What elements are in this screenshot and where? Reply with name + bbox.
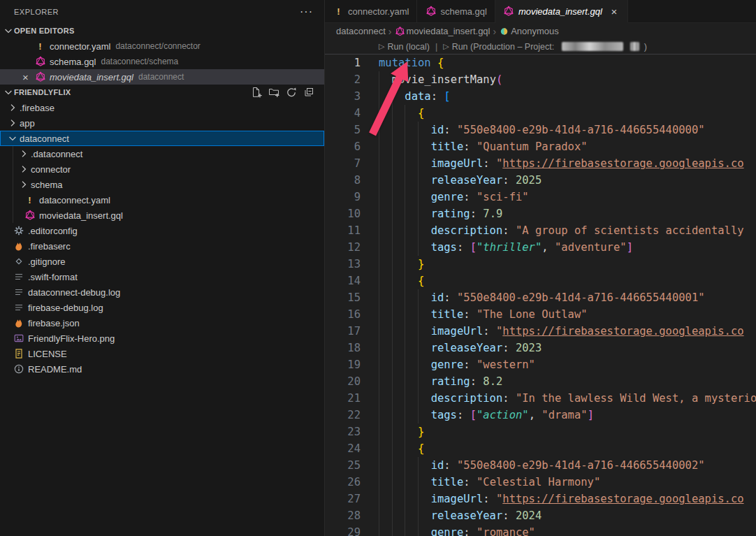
file-tree: .firebaseappdataconnect.dataconnectconne…	[0, 100, 324, 377]
code-line-15[interactable]: 15id: "550e8400-e29b-41d4-a716-446655440…	[325, 289, 756, 306]
codelens-bar: ▷Run (local)|▷Run (Production – Project:…	[325, 39, 756, 55]
code-line-29[interactable]: 29genre: "romance"	[325, 524, 756, 536]
file-editorconfig[interactable]: .editorconfig	[0, 223, 324, 238]
new-folder-icon[interactable]	[268, 87, 279, 98]
folder-dataconnect[interactable]: dataconnect	[0, 131, 324, 146]
line-number: 12	[325, 239, 361, 256]
url-link[interactable]: https://firebasestorage.googleapis.co	[502, 325, 743, 338]
code-line-2[interactable]: 2movie_insertMany(	[325, 71, 756, 88]
item-label: app	[20, 118, 35, 129]
file-friendlyflix-hero-png[interactable]: FriendlyFlix-Hero.png	[0, 331, 324, 346]
file-gitignore[interactable]: .gitignore	[0, 254, 324, 269]
file-firebase-json[interactable]: firebase.json	[0, 315, 324, 331]
line-number: 21	[325, 390, 361, 407]
open-editor-schema-gql[interactable]: schema.gqldataconnect/schema	[0, 54, 324, 69]
open-editors-header[interactable]: OPEN EDITORS	[0, 23, 324, 38]
code-line-13[interactable]: 13}	[325, 256, 756, 273]
tab-schema-gql[interactable]: schema.gql	[417, 0, 495, 22]
code-line-24[interactable]: 24{	[325, 440, 756, 457]
folder-schema[interactable]: schema	[0, 177, 324, 192]
close-icon[interactable]: ×	[22, 72, 34, 82]
code-line-16[interactable]: 16title: "The Lone Outlaw"	[325, 306, 756, 323]
tab-connector-yaml[interactable]: !connector.yaml	[325, 0, 417, 22]
file-swift-format[interactable]: .swift-format	[0, 269, 324, 284]
code-line-8[interactable]: 8releaseYear: 2025	[325, 172, 756, 189]
workspace-label: FRIENDLYFLIX	[14, 88, 71, 96]
code-line-18[interactable]: 18releaseYear: 2023	[325, 340, 756, 356]
code-line-12[interactable]: 12tags: ["thriller", "adventure"]	[325, 239, 756, 256]
code-line-3[interactable]: 3data: [	[325, 88, 756, 105]
breadcrumb-separator: ›	[388, 26, 392, 37]
line-number: 5	[325, 122, 361, 138]
folder-dataconnect[interactable]: .dataconnect	[0, 146, 324, 161]
tab-label: moviedata_insert.gql	[518, 6, 602, 17]
file-firebase-debug-log[interactable]: firebase-debug.log	[0, 300, 324, 315]
code-line-1[interactable]: 1mutation {	[325, 55, 756, 71]
code-line-26[interactable]: 26title: "Celestial Harmony"	[325, 474, 756, 491]
code-line-5[interactable]: 5id: "550e8400-e29b-41d4-a716-4466554400…	[325, 122, 756, 138]
symbol-operation-icon	[499, 26, 509, 37]
refresh-icon[interactable]	[286, 87, 297, 98]
open-editor-moviedata-insert-gql[interactable]: ×moviedata_insert.gqldataconnect	[0, 69, 324, 85]
file-readme-md[interactable]: README.md	[0, 361, 324, 377]
code-line-7[interactable]: 7imageUrl: "https://firebasestorage.goog…	[325, 155, 756, 172]
file-license[interactable]: LICENSE	[0, 346, 324, 361]
collapse-all-icon[interactable]	[303, 87, 314, 98]
doc-file-icon	[13, 287, 24, 298]
code-line-28[interactable]: 28releaseYear: 2024	[325, 507, 756, 524]
play-icon: ▷	[443, 42, 449, 51]
run-production-link[interactable]: ▷Run (Production – Project: )	[443, 42, 647, 52]
run-local-link[interactable]: ▷Run (local)	[379, 42, 430, 52]
graphql-file-icon	[24, 210, 36, 221]
code-line-17[interactable]: 17imageUrl: "https://firebasestorage.goo…	[325, 323, 756, 340]
code-line-20[interactable]: 20rating: 8.2	[325, 373, 756, 390]
open-editor-connector-yaml[interactable]: !connector.yamldataconnect/connector	[0, 38, 324, 54]
new-file-icon[interactable]	[251, 87, 262, 98]
file-path: dataconnect/connector	[115, 41, 200, 51]
folder-firebase[interactable]: .firebase	[0, 100, 324, 115]
line-number: 8	[325, 172, 361, 189]
graphql-file-icon	[34, 56, 46, 67]
code-line-19[interactable]: 19genre: "western"	[325, 356, 756, 373]
code-line-21[interactable]: 21description: "In the lawless Wild West…	[325, 390, 756, 407]
file-dataconnect-yaml[interactable]: !dataconnect.yaml	[0, 192, 324, 208]
file-dataconnect-debug-log[interactable]: dataconnect-debug.log	[0, 284, 324, 300]
line-number: 11	[325, 222, 361, 239]
more-actions-icon[interactable]: ···	[300, 8, 313, 15]
line-number: 27	[325, 491, 361, 507]
url-link[interactable]: https://firebasestorage.googleapis.co	[502, 493, 743, 505]
code-line-6[interactable]: 6title: "Quantum Paradox"	[325, 138, 756, 155]
code-line-27[interactable]: 27imageUrl: "https://firebasestorage.goo…	[325, 491, 756, 507]
breadcrumb-separator: ›	[493, 26, 496, 37]
tab-moviedata-insert-gql[interactable]: moviedata_insert.gql×	[495, 0, 628, 23]
folder-app[interactable]: app	[0, 115, 324, 131]
line-number: 2	[325, 71, 361, 88]
code-line-25[interactable]: 25id: "550e8400-e29b-41d4-a716-446655440…	[325, 457, 756, 474]
item-label: .gitignore	[28, 256, 65, 267]
file-firebaserc[interactable]: .firebaserc	[0, 238, 324, 254]
code-line-4[interactable]: 4{	[325, 105, 756, 122]
breadcrumb-item-moviedata-insert-gql[interactable]: moviedata_insert.gql	[395, 26, 490, 37]
editor-group: !connector.yamlschema.gqlmoviedata_inser…	[325, 0, 756, 536]
code-line-10[interactable]: 10rating: 7.9	[325, 205, 756, 222]
breadcrumb-item-dataconnect[interactable]: dataconnect	[336, 26, 386, 36]
tab-bar: !connector.yamlschema.gqlmoviedata_inser…	[325, 0, 756, 23]
chevron-right-icon	[7, 117, 18, 129]
code-line-23[interactable]: 23}	[325, 423, 756, 440]
line-number: 20	[325, 373, 361, 390]
folder-connector[interactable]: connector	[0, 161, 324, 177]
explorer-header: EXPLORER ···	[0, 0, 324, 23]
code-line-11[interactable]: 11description: "A group of scientists ac…	[325, 222, 756, 239]
workspace-header[interactable]: FRIENDLYFLIX	[0, 85, 324, 100]
line-number: 10	[325, 205, 361, 222]
code-line-22[interactable]: 22tags: ["action", "drama"]	[325, 407, 756, 423]
close-icon[interactable]: ×	[609, 6, 620, 17]
item-label: .editorconfig	[28, 226, 78, 236]
code-line-9[interactable]: 9genre: "sci-fi"	[325, 189, 756, 205]
item-label: .firebase	[20, 103, 54, 113]
breadcrumb-item-anonymous[interactable]: Anonymous	[499, 26, 559, 37]
code-line-14[interactable]: 14{	[325, 273, 756, 289]
url-link[interactable]: https://firebasestorage.googleapis.co	[502, 157, 743, 170]
file-moviedata-insert-gql[interactable]: moviedata_insert.gql	[0, 208, 324, 223]
doc-file-icon	[13, 271, 24, 282]
